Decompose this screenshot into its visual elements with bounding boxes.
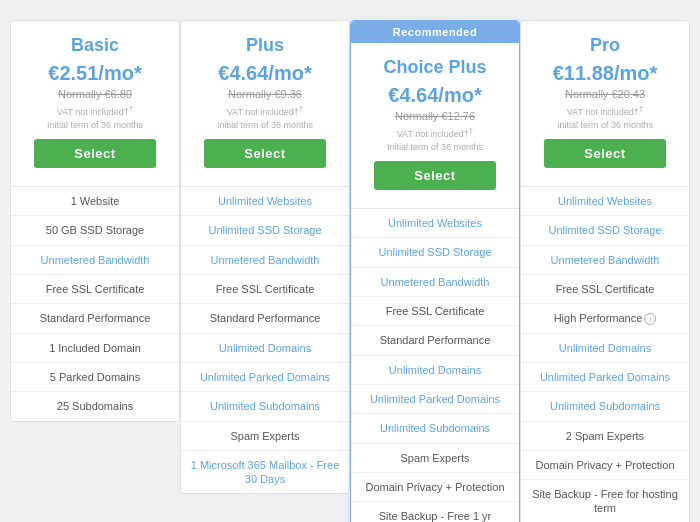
feature-item: Unlimited Websites (351, 209, 519, 238)
select-button[interactable]: Select (544, 139, 666, 168)
plan-name: Basic (19, 35, 171, 56)
plan-header: Choice Plus€4.64/mo*Normally €12.76VAT n… (351, 43, 519, 208)
feature-item: Standard Performance (11, 304, 179, 333)
plan-vat: VAT not included††Initial term of 36 mon… (189, 103, 341, 131)
plan-price: €2.51/mo* (19, 62, 171, 85)
features-list: Unlimited WebsitesUnlimited SSD StorageU… (521, 186, 689, 522)
plan-normal-price: Normally €9.36 (189, 88, 341, 100)
plan-normal-price: Normally €6.80 (19, 88, 171, 100)
feature-item: Unlimited Parked Domains (521, 363, 689, 392)
info-icon: i (644, 313, 656, 325)
plan-price: €4.64/mo* (189, 62, 341, 85)
plan-normal-price: Normally €12.76 (359, 110, 511, 122)
feature-item: Unlimited Domains (351, 356, 519, 385)
feature-item: Unlimited Parked Domains (181, 363, 349, 392)
plan-card-choice-plus: RecommendedChoice Plus€4.64/mo*Normally … (350, 20, 520, 522)
feature-item: Unlimited Domains (181, 334, 349, 363)
feature-item: Unlimited Subdomains (521, 392, 689, 421)
plan-vat: VAT not included††Initial term of 36 mon… (529, 103, 681, 131)
select-button[interactable]: Select (34, 139, 156, 168)
plan-price: €11.88/mo* (529, 62, 681, 85)
plan-card-basic: Basic€2.51/mo*Normally €6.80VAT not incl… (10, 20, 180, 422)
feature-item: Unmetered Bandwidth (181, 246, 349, 275)
feature-item: Standard Performance (351, 326, 519, 355)
feature-item: Standard Performance (181, 304, 349, 333)
pricing-wrapper: Basic€2.51/mo*Normally €6.80VAT not incl… (0, 0, 700, 522)
feature-item: Site Backup - Free 1 yr (351, 502, 519, 522)
features-list: Unlimited WebsitesUnlimited SSD StorageU… (181, 186, 349, 493)
feature-item: Unlimited Websites (181, 187, 349, 216)
features-list: Unlimited WebsitesUnlimited SSD StorageU… (351, 208, 519, 522)
plan-name: Pro (529, 35, 681, 56)
plan-card-plus: Plus€4.64/mo*Normally €9.36VAT not inclu… (180, 20, 350, 494)
feature-item: Spam Experts (181, 422, 349, 451)
feature-item: Free SSL Certificate (181, 275, 349, 304)
feature-item: 5 Parked Domains (11, 363, 179, 392)
feature-item: 1 Microsoft 365 Mailbox - Free 30 Days (181, 451, 349, 494)
recommended-badge: Recommended (351, 21, 519, 43)
plan-header: Basic€2.51/mo*Normally €6.80VAT not incl… (11, 21, 179, 186)
features-list: 1 Website50 GB SSD StorageUnmetered Band… (11, 186, 179, 420)
plan-vat: VAT not included††Initial term of 36 mon… (359, 125, 511, 153)
feature-item: Unmetered Bandwidth (11, 246, 179, 275)
plan-normal-price: Normally €20.43 (529, 88, 681, 100)
plan-vat: VAT not included††Initial term of 36 mon… (19, 103, 171, 131)
feature-item: Unlimited SSD Storage (351, 238, 519, 267)
feature-item: Unlimited Websites (521, 187, 689, 216)
feature-item: Spam Experts (351, 444, 519, 473)
feature-item: Unlimited SSD Storage (521, 216, 689, 245)
feature-item: Domain Privacy + Protection (351, 473, 519, 502)
feature-item: High Performancei (521, 304, 689, 333)
feature-item: Free SSL Certificate (351, 297, 519, 326)
plan-name: Choice Plus (359, 57, 511, 78)
feature-item: 50 GB SSD Storage (11, 216, 179, 245)
feature-item: Free SSL Certificate (11, 275, 179, 304)
feature-item: 1 Website (11, 187, 179, 216)
plan-price: €4.64/mo* (359, 84, 511, 107)
feature-item: 25 Subdomains (11, 392, 179, 420)
feature-item: 1 Included Domain (11, 334, 179, 363)
feature-item: Unlimited Parked Domains (351, 385, 519, 414)
plan-header: Plus€4.64/mo*Normally €9.36VAT not inclu… (181, 21, 349, 186)
plan-name: Plus (189, 35, 341, 56)
feature-item: Unlimited SSD Storage (181, 216, 349, 245)
feature-item: Unlimited Subdomains (181, 392, 349, 421)
feature-item: Site Backup - Free for hosting term (521, 480, 689, 522)
feature-item: 2 Spam Experts (521, 422, 689, 451)
select-button[interactable]: Select (204, 139, 326, 168)
select-button[interactable]: Select (374, 161, 496, 190)
feature-item: Unmetered Bandwidth (521, 246, 689, 275)
feature-item: Unlimited Subdomains (351, 414, 519, 443)
feature-item: Domain Privacy + Protection (521, 451, 689, 480)
plan-header: Pro€11.88/mo*Normally €20.43VAT not incl… (521, 21, 689, 186)
plan-card-pro: Pro€11.88/mo*Normally €20.43VAT not incl… (520, 20, 690, 522)
feature-item: Free SSL Certificate (521, 275, 689, 304)
feature-item: Unlimited Domains (521, 334, 689, 363)
feature-item: Unmetered Bandwidth (351, 268, 519, 297)
